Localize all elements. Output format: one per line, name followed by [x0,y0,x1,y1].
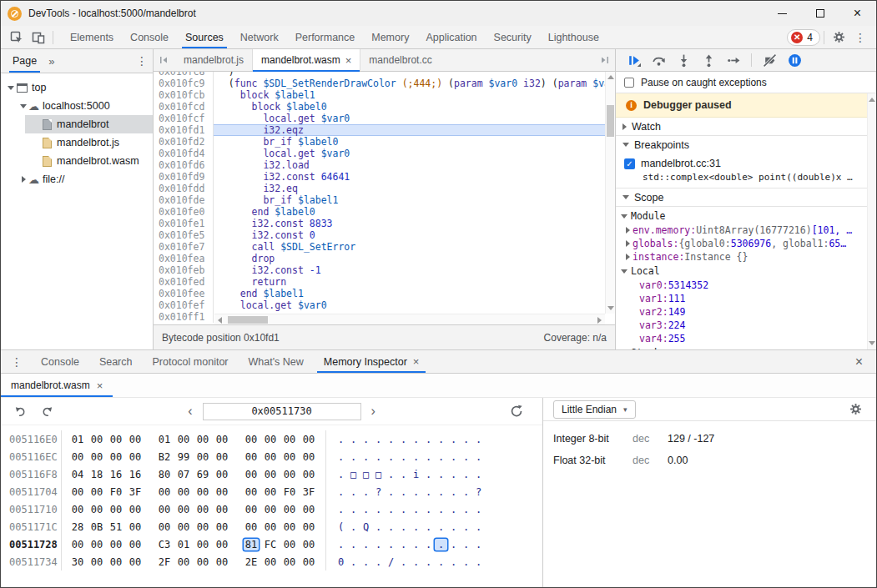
hex-byte[interactable]: 04 [70,469,85,480]
main-tab-elements[interactable]: Elements [62,26,122,48]
hex-byte[interactable]: FC [263,539,278,550]
hex-byte[interactable]: 00 [244,434,259,445]
close-icon[interactable]: × [345,55,352,66]
hex-byte[interactable]: 00 [128,434,143,445]
line-address[interactable]: 0x010fe1 [154,218,214,229]
horizontal-scrollbar[interactable] [214,314,605,324]
hex-byte[interactable]: 0B [89,521,104,533]
ascii-char[interactable]: . [422,469,435,480]
ascii-char[interactable]: . [472,521,485,533]
line-address[interactable]: 0x010fe5 [154,229,214,241]
drawer-close-button[interactable]: × [847,354,871,369]
scroll-tabs-right-button[interactable] [593,49,615,71]
hex-byte[interactable]: 00 [108,451,123,463]
checkbox-unchecked-icon[interactable] [624,78,634,88]
hex-byte[interactable]: 69 [195,469,210,480]
ascii-char[interactable]: . [460,521,472,533]
hex-byte[interactable]: 00 [128,556,143,568]
hex-byte[interactable]: 51 [108,521,123,533]
line-content[interactable]: i32.const 8833 [214,218,615,229]
ascii-char[interactable]: . [335,486,347,498]
drawer-tab-what-s-new[interactable]: What's New [239,350,314,373]
chevron-down-icon[interactable] [621,214,628,219]
ascii-char[interactable]: . [422,539,435,550]
main-tab-sources[interactable]: Sources [177,26,232,48]
tree-item-top[interactable]: top [1,78,153,97]
ascii-char[interactable]: . [360,451,372,463]
resume-button[interactable] [622,50,644,70]
hex-byte[interactable]: 16 [128,469,143,480]
ascii-char[interactable]: . [422,521,435,533]
scope-item-instance[interactable]: instance: Instance {} [616,250,876,264]
ascii-char[interactable]: / [385,556,397,568]
scope-item-var4[interactable]: var4: 255 [616,332,876,345]
drawer-tab-console[interactable]: Console [31,350,89,373]
hex-byte[interactable]: 30 [70,556,85,568]
ascii-char[interactable]: . [460,469,472,480]
main-tab-lighthouse[interactable]: Lighthouse [540,26,607,48]
ascii-char[interactable]: ? [472,486,485,498]
ascii-char[interactable]: . [397,504,410,515]
ascii-char[interactable]: . [460,434,472,445]
ascii-char[interactable]: . [397,434,410,445]
ascii-char[interactable]: . [410,539,422,550]
hex-byte[interactable]: 00 [89,434,104,445]
ascii-char[interactable]: . [435,434,447,445]
hex-byte[interactable]: 00 [263,521,278,533]
editor-tab-mandelbrot-wasm[interactable]: mandelbrot.wasm× [252,49,360,71]
hex-byte[interactable]: 00 [157,521,172,533]
line-content[interactable]: i32.const 0 [214,229,615,241]
ascii-char[interactable]: . [372,539,385,550]
ascii-char[interactable]: . [335,539,347,550]
vertical-scrollbar[interactable] [605,72,615,314]
hex-byte[interactable]: 00 [89,451,104,463]
hex-byte[interactable]: 00 [301,504,316,515]
hex-byte[interactable]: 18 [89,469,104,480]
ascii-char[interactable]: . [335,451,347,463]
hex-byte[interactable]: 00 [70,451,85,463]
hex-byte[interactable]: 00 [282,504,297,515]
line-address[interactable]: 0x010fd9 [154,171,214,183]
line-address[interactable]: 0x010fcd [154,101,214,113]
ascii-char[interactable]: . [372,556,385,568]
step-into-button[interactable] [673,50,694,70]
chevron-down-icon[interactable] [622,143,629,147]
hex-byte[interactable]: 00 [157,504,172,515]
hex-byte[interactable]: 00 [128,521,143,533]
step-out-button[interactable] [698,50,719,70]
hex-byte[interactable]: 00 [195,556,210,568]
tab-page[interactable]: Page [6,49,43,73]
inspect-element-button[interactable] [6,28,28,48]
line-address[interactable]: 0x010fd4 [154,148,214,159]
line-address[interactable]: 0x010fc9 [154,78,214,89]
hex-byte[interactable]: 00 [176,486,191,498]
hex-byte[interactable]: 00 [263,556,278,568]
ascii-char[interactable]: . [335,434,347,445]
ascii-char[interactable]: . [435,556,447,568]
ascii-char[interactable]: . [422,504,435,515]
ascii-char[interactable]: □ [347,469,360,480]
line-address[interactable]: 0x010fed [154,276,214,288]
line-content[interactable]: drop [214,253,615,264]
hex-byte[interactable]: 00 [89,486,104,498]
history-back-button[interactable] [9,401,31,421]
line-content[interactable]: local.get $var0 [214,148,615,159]
navigator-menu-button[interactable]: ⋮ [136,54,148,68]
sidebar-scrollbar[interactable] [867,93,876,349]
ascii-char[interactable]: . [460,556,472,568]
scrollbar-thumb[interactable] [228,316,268,324]
hex-byte[interactable]: 00 [282,539,297,550]
hex-byte[interactable]: 00 [214,556,229,568]
history-forward-button[interactable] [36,401,58,421]
ascii-char[interactable]: . [385,521,397,533]
editor-tab-mandelbrot-cc[interactable]: mandelbrot.cc [360,49,440,71]
hex-byte[interactable]: 00 [89,539,104,550]
chevron-down-icon[interactable] [20,104,27,108]
line-content[interactable]: end $label0 [214,206,615,218]
hex-byte[interactable]: 00 [176,521,191,533]
ascii-char[interactable]: . [397,556,410,568]
hex-byte[interactable]: 00 [214,434,229,445]
line-address[interactable]: 0x010fd2 [154,136,214,148]
main-tab-memory[interactable]: Memory [363,26,417,48]
chevron-down-icon[interactable] [621,269,628,274]
